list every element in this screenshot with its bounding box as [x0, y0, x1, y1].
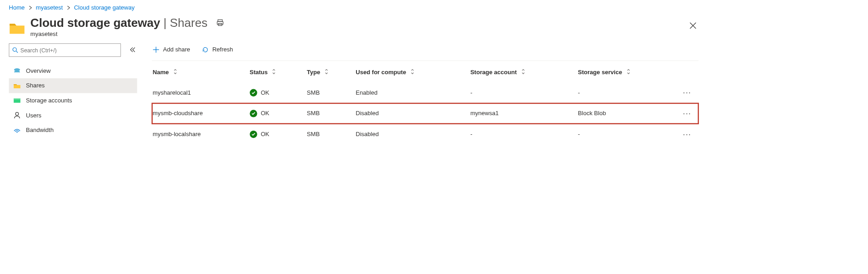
folder-icon	[9, 20, 25, 36]
breadcrumb-home[interactable]: Home	[9, 5, 25, 11]
row-more-button[interactable]: ···	[682, 129, 693, 140]
col-account[interactable]: Storage account	[470, 62, 577, 82]
status-ok-icon	[250, 110, 257, 117]
sidebar-item-overview[interactable]: Overview	[9, 63, 137, 78]
add-share-label: Add share	[163, 46, 190, 53]
chevron-right-icon	[29, 6, 32, 10]
col-type[interactable]: Type	[306, 62, 355, 82]
cell-account: -	[470, 124, 577, 145]
cell-status: OK	[250, 110, 302, 117]
shares-icon	[13, 82, 20, 89]
status-ok-icon	[250, 89, 257, 96]
cell-compute: Enabled	[355, 82, 470, 103]
sidebar-item-users[interactable]: Users	[9, 108, 137, 123]
print-icon	[216, 19, 224, 26]
cell-service: Block Blob	[577, 103, 681, 124]
bandwidth-icon	[13, 127, 20, 134]
collapse-sidebar-button[interactable]	[128, 45, 137, 55]
refresh-button[interactable]: Refresh	[201, 45, 234, 55]
cell-service: -	[577, 82, 681, 103]
cell-name: mysharelocal1	[152, 82, 249, 103]
col-name[interactable]: Name	[152, 62, 249, 82]
cell-status: OK	[250, 89, 302, 96]
page-title: Cloud storage gateway | Shares	[30, 16, 207, 30]
overview-icon	[13, 67, 20, 75]
cell-account: -	[470, 82, 577, 103]
resource-name: myasetest	[30, 31, 682, 38]
table-row[interactable]: mysmb-cloudshareOKSMBDisabledmynewsa1Blo…	[152, 103, 698, 124]
col-compute[interactable]: Used for compute	[355, 62, 470, 82]
breadcrumb-page[interactable]: Cloud storage gateway	[74, 5, 135, 11]
sort-icon	[626, 69, 632, 74]
sidebar-item-label: Shares	[26, 82, 45, 89]
sort-icon	[324, 69, 330, 74]
breadcrumb: Home myasetest Cloud storage gateway	[0, 0, 707, 14]
breadcrumb-device[interactable]: myasetest	[36, 5, 63, 11]
sort-icon	[172, 69, 178, 74]
cell-service: -	[577, 124, 681, 145]
table-row[interactable]: mysharelocal1OKSMBEnabled--···	[152, 82, 698, 103]
cell-type: SMB	[306, 103, 355, 124]
svg-point-8	[15, 112, 19, 116]
svg-point-3	[13, 48, 16, 51]
search-box[interactable]	[9, 43, 121, 56]
add-share-button[interactable]: Add share	[152, 45, 191, 55]
sidebar-item-label: Storage accounts	[26, 97, 72, 104]
cell-name: mysmb-localshare	[152, 124, 249, 145]
sidebar-item-label: Overview	[26, 67, 50, 74]
cell-compute: Disabled	[355, 124, 470, 145]
sidebar-item-storage[interactable]: Storage accounts	[9, 93, 137, 108]
svg-rect-0	[218, 20, 222, 21]
cell-name: mysmb-cloudshare	[152, 103, 249, 124]
row-more-button[interactable]: ···	[682, 87, 693, 98]
cell-compute: Disabled	[355, 103, 470, 124]
cell-type: SMB	[306, 124, 355, 145]
col-status[interactable]: Status	[249, 62, 306, 82]
refresh-label: Refresh	[212, 46, 233, 53]
shares-table: Name Status Type Used for compute Storag…	[152, 62, 698, 145]
refresh-icon	[202, 46, 209, 53]
sort-icon	[271, 69, 277, 74]
sidebar: OverviewSharesStorage accountsUsersBandw…	[0, 43, 141, 144]
print-button[interactable]	[214, 17, 226, 30]
svg-line-4	[16, 51, 18, 53]
chevron-right-icon	[66, 6, 70, 10]
sort-icon	[410, 69, 416, 74]
plus-icon	[153, 46, 160, 53]
search-icon	[12, 47, 18, 53]
row-more-button[interactable]: ···	[682, 108, 693, 119]
cell-type: SMB	[306, 82, 355, 103]
cell-status: OK	[250, 131, 302, 138]
sidebar-item-bandwidth[interactable]: Bandwidth	[9, 123, 137, 138]
status-ok-icon	[250, 131, 257, 138]
table-row[interactable]: mysmb-localshareOKSMBDisabled--···	[152, 124, 698, 145]
search-input[interactable]	[18, 46, 117, 55]
main-panel: Add share Refresh Name Status Type Used …	[141, 43, 707, 144]
close-button[interactable]	[687, 20, 698, 32]
sort-icon	[521, 69, 527, 74]
page-header: Cloud storage gateway | Shares myasetest	[0, 14, 707, 43]
sidebar-item-label: Bandwidth	[26, 127, 54, 134]
close-icon	[690, 22, 697, 29]
svg-point-5	[14, 68, 20, 71]
toolbar: Add share Refresh	[152, 43, 698, 61]
svg-rect-7	[14, 98, 20, 99]
chevron-left-double-icon	[130, 46, 135, 52]
sidebar-item-shares[interactable]: Shares	[9, 78, 137, 93]
users-icon	[13, 112, 20, 119]
svg-point-9	[16, 132, 17, 132]
cell-account: mynewsa1	[470, 103, 577, 124]
storage-icon	[13, 97, 20, 104]
sidebar-item-label: Users	[26, 112, 41, 119]
col-service[interactable]: Storage service	[577, 62, 681, 82]
